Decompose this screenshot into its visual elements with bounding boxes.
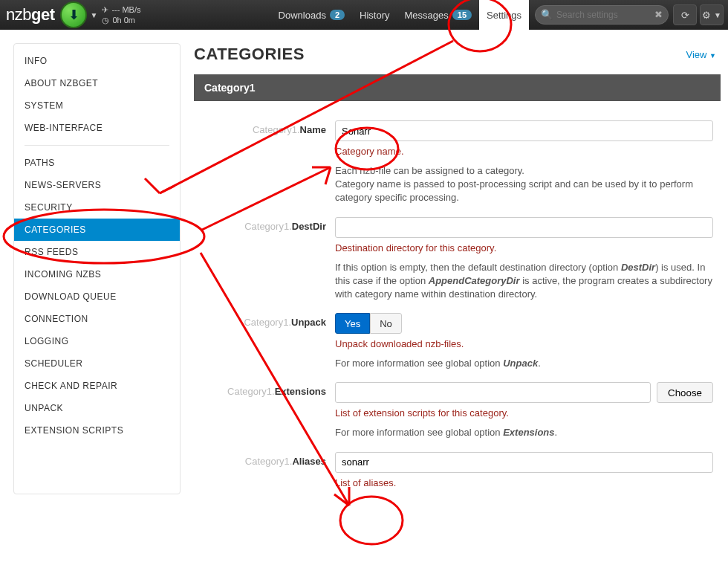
play-button[interactable]: ⬇ (60, 1, 87, 28)
desc-name: Each nzb-file can be assigned to a categ… (335, 164, 713, 205)
label-destdir: Category1.DestDir (194, 217, 335, 302)
help-destdir: Destination directory for this category. (335, 242, 713, 253)
sidebar-item-paths[interactable]: PATHS (14, 152, 180, 174)
nav-messages[interactable]: Messages15 (397, 0, 480, 30)
search-box: 🔍 ✖ (535, 5, 669, 25)
sidebar-item-scheduler[interactable]: SCHEDULER (14, 352, 180, 375)
label-name: Category1.Name (194, 120, 335, 205)
sidebar-item-about[interactable]: ABOUT NZBGET (14, 72, 180, 94)
chevron-down-icon: ▼ (709, 52, 716, 59)
sidebar-divider (25, 145, 169, 146)
status-block: ✈--- MB/s ◷0h 0m (102, 4, 140, 25)
input-category-name[interactable] (335, 120, 713, 141)
desc-unpack: For more information see global option U… (335, 357, 713, 370)
sidebar-item-web-interface[interactable]: WEB-INTERFACE (14, 117, 180, 139)
help-unpack: Unpack downloaded nzb-files. (335, 338, 713, 349)
sidebar-item-download-queue[interactable]: DOWNLOAD QUEUE (14, 285, 180, 308)
sidebar-item-categories[interactable]: CATEGORIES (14, 219, 180, 241)
refresh-button[interactable]: ⟳ (673, 4, 697, 25)
choose-button[interactable]: Choose (657, 382, 713, 403)
messages-badge: 15 (452, 10, 472, 20)
nav-history[interactable]: History (352, 0, 397, 30)
sidebar-item-extension-scripts[interactable]: EXTENSION SCRIPTS (14, 419, 180, 442)
toggle-unpack: Yes No (335, 313, 713, 334)
sidebar-item-info[interactable]: INFO (14, 50, 180, 72)
sidebar-item-unpack[interactable]: UNPACK (14, 397, 180, 419)
download-icon: ⬇ (68, 7, 79, 23)
sidebar-item-rss-feeds[interactable]: RSS FEEDS (14, 241, 180, 263)
sidebar-item-logging[interactable]: LOGGING (14, 330, 180, 352)
clear-icon[interactable]: ✖ (654, 9, 663, 20)
nav-downloads[interactable]: Downloads2 (271, 0, 352, 30)
sidebar-item-connection[interactable]: CONNECTION (14, 308, 180, 330)
sidebar-item-security[interactable]: SECURITY (14, 196, 180, 219)
downloads-badge: 2 (330, 10, 345, 20)
label-extensions: Category1.Extensions (194, 382, 335, 439)
input-destdir[interactable] (335, 217, 713, 238)
help-name: Category name. (335, 146, 713, 157)
gear-icon: ⚙ (702, 10, 711, 21)
search-input[interactable] (535, 5, 669, 25)
desc-destdir: If this option is empty, then the defaul… (335, 261, 713, 302)
sidebar-item-news-servers[interactable]: NEWS-SERVERS (14, 174, 180, 196)
sidebar-item-check-repair[interactable]: CHECK AND REPAIR (14, 375, 180, 397)
time-value: 0h 0m (112, 15, 135, 25)
view-dropdown[interactable]: View ▼ (686, 49, 717, 60)
app-logo: nzbget (0, 5, 59, 25)
settings-sidebar: INFO ABOUT NZBGET SYSTEM WEB-INTERFACE P… (13, 43, 181, 494)
help-aliases: List of aliases. (335, 477, 713, 488)
page-title: CATEGORIES (194, 45, 305, 64)
clock-icon: ◷ (102, 15, 109, 25)
main-panel: CATEGORIES View ▼ Category1 Category1.Na… (194, 43, 721, 494)
unpack-yes-button[interactable]: Yes (335, 313, 370, 334)
chevron-down-icon: ▼ (714, 11, 721, 19)
top-nav: Downloads2 History Messages15 Settings 🔍… (271, 0, 728, 30)
chevron-down-icon[interactable]: ▼ (90, 11, 97, 19)
help-extensions: List of extension scripts for this categ… (335, 407, 713, 419)
search-icon: 🔍 (541, 9, 553, 20)
sidebar-item-incoming-nzbs[interactable]: INCOMING NZBS (14, 263, 180, 285)
label-aliases: Category1.Aliases (194, 452, 335, 488)
section-header: Category1 (194, 74, 721, 101)
label-unpack: Category1.Unpack (194, 313, 335, 370)
sidebar-item-system[interactable]: SYSTEM (14, 94, 180, 117)
unpack-no-button[interactable]: No (370, 313, 402, 334)
topbar: nzbget ⬇ ▼ ✈--- MB/s ◷0h 0m Downloads2 H… (0, 0, 728, 30)
nav-settings[interactable]: Settings (479, 0, 529, 30)
gear-button[interactable]: ⚙▼ (700, 4, 724, 25)
input-extensions[interactable] (335, 382, 651, 403)
refresh-icon: ⟳ (681, 10, 689, 21)
plane-icon: ✈ (102, 4, 108, 15)
desc-extensions: For more information see global option E… (335, 426, 713, 439)
input-aliases[interactable] (335, 452, 713, 473)
speed-value: --- MB/s (111, 4, 140, 15)
